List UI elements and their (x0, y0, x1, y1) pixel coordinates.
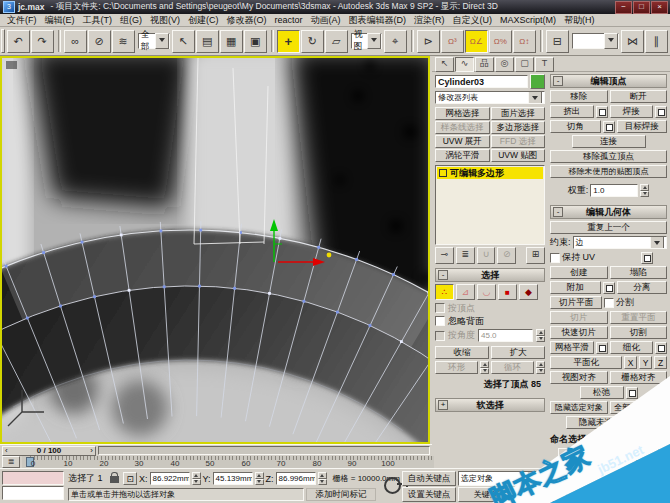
key-filter-dropdown[interactable]: 选定对象 (458, 471, 544, 486)
time-forward-icon[interactable]: › (90, 446, 93, 455)
constraints-dropdown[interactable]: 边 (573, 236, 667, 249)
window-crossing-icon[interactable]: ▣ (244, 30, 267, 53)
stack-expand-icon[interactable] (439, 169, 447, 177)
repeat-last-button[interactable]: 重复上一个 (550, 221, 667, 234)
spinner-snap-icon[interactable]: Ω↕ (513, 30, 536, 53)
soft-selection-rollout-header[interactable]: + 软选择 (435, 398, 545, 412)
percent-snap-icon[interactable]: Ω% (489, 30, 512, 53)
vertex-subobject-icon[interactable]: ∴ (435, 284, 454, 300)
redo-icon[interactable]: ↷ (31, 30, 54, 53)
collapse-icon[interactable]: - (553, 76, 563, 86)
preserve-uv-settings-icon[interactable] (641, 252, 653, 264)
menu-item-customize[interactable]: 自定义(U) (449, 14, 497, 27)
remove-unused-map-verts-button[interactable]: 移除未使用的贴图顶点 (550, 165, 667, 178)
chamfer-button[interactable]: 切角 (550, 120, 601, 133)
track-bar[interactable]: ≣ 0 10 20 30 40 50 60 70 80 90 100 (0, 456, 434, 468)
msmooth-button[interactable]: 网格平滑 (550, 341, 594, 354)
select-object-icon[interactable]: ↖ (172, 30, 195, 53)
select-and-manipulate-icon[interactable]: ⊳ (417, 30, 440, 53)
planar-y-button[interactable]: Y (639, 356, 652, 369)
unwrap-uvw-button[interactable]: UVW 展开 (435, 135, 490, 148)
dropdown-arrow-icon[interactable] (604, 33, 618, 49)
menu-item-maxscript[interactable]: MAXScript(M) (496, 15, 560, 25)
menu-item-views[interactable]: 视图(V) (146, 14, 184, 27)
y-coordinate-field[interactable]: 45.139mm (213, 472, 253, 485)
absolute-offset-toggle-icon[interactable]: ⊡ (123, 472, 137, 485)
object-color-swatch[interactable] (530, 74, 545, 89)
relax-settings-icon[interactable] (626, 387, 638, 399)
tessellate-settings-icon[interactable] (655, 342, 667, 354)
slice-plane-button[interactable]: 切片平面 (550, 296, 602, 309)
motion-tab-icon[interactable]: ◎ (495, 57, 514, 72)
use-pivot-point-icon[interactable]: ⌖ (384, 30, 407, 53)
selection-filter-dropdown[interactable]: 全部 (138, 33, 170, 49)
copy-button[interactable]: 复制 (558, 448, 608, 461)
target-weld-button[interactable]: 目标焊接 (617, 120, 668, 133)
weight-field[interactable]: 1.0 (590, 184, 638, 197)
time-slider-handle[interactable]: ‹ 0 / 100 › (2, 446, 96, 456)
menu-item-group[interactable]: 组(G) (116, 14, 146, 27)
configure-modifier-sets-icon[interactable]: ⊞ (526, 247, 545, 264)
angle-value-field[interactable]: 45.0 (478, 329, 533, 342)
time-slider-track[interactable] (98, 446, 430, 455)
menu-item-tools[interactable]: 工具(T) (79, 14, 117, 27)
modifier-list-dropdown[interactable]: 修改器列表 (435, 91, 545, 104)
ignore-backfacing-checkbox[interactable] (435, 316, 445, 326)
extrude-button[interactable]: 挤出 (550, 105, 594, 118)
msmooth-settings-icon[interactable] (596, 342, 608, 354)
grow-button[interactable]: 扩大 (491, 346, 545, 359)
menu-item-help[interactable]: 帮助(H) (560, 14, 599, 27)
pin-stack-icon[interactable]: ⊸ (435, 247, 454, 264)
weld-settings-icon[interactable] (655, 106, 667, 118)
open-mini-curve-editor-icon[interactable]: ≣ (2, 456, 20, 468)
poly-select-button[interactable]: 多边形选择 (491, 121, 546, 134)
z-coordinate-field[interactable]: 86.996mm (276, 472, 316, 485)
element-subobject-icon[interactable]: ◆ (519, 284, 538, 300)
collapse-icon[interactable]: - (438, 270, 448, 280)
set-key-button[interactable]: 设置关键点 (402, 487, 456, 502)
close-button[interactable]: × (651, 1, 668, 14)
menu-item-graph-editors[interactable]: 图表编辑器(D) (345, 14, 411, 27)
time-slider[interactable]: ‹ 0 / 100 › (0, 444, 432, 456)
cut-button[interactable]: 切割 (610, 326, 668, 339)
snap-toggle-3d-icon[interactable]: Ω³ (441, 30, 464, 53)
dropdown-arrow-icon[interactable] (528, 91, 542, 104)
mirror-icon[interactable]: ⋈ (621, 30, 644, 53)
angle-snap-icon[interactable]: Ω∠ (465, 30, 488, 53)
unhide-all-button[interactable]: 全部取消隐藏 (610, 401, 668, 414)
unlink-selection-icon[interactable]: ⊘ (88, 30, 111, 53)
relax-button[interactable]: 松弛 (580, 386, 624, 399)
menu-item-modifiers[interactable]: 修改器(O) (223, 14, 271, 27)
z-spinner[interactable] (318, 472, 327, 485)
expand-icon[interactable]: + (438, 400, 448, 410)
chamfer-settings-icon[interactable] (603, 121, 615, 133)
dropdown-arrow-icon[interactable] (527, 471, 541, 486)
angle-spinner[interactable] (536, 329, 545, 342)
object-name-field[interactable]: Cylinder03 (435, 75, 528, 88)
create-button[interactable]: 创建 (550, 266, 608, 279)
select-by-name-icon[interactable]: ▤ (196, 30, 219, 53)
display-tab-icon[interactable]: ▢ (515, 57, 534, 72)
connect-button[interactable]: 连接 (572, 135, 646, 148)
collapse-button[interactable]: 塌陷 (610, 266, 668, 279)
maxscript-mini-listener-pink[interactable] (2, 471, 64, 485)
show-end-result-icon[interactable]: ≣ (456, 247, 475, 264)
select-and-link-icon[interactable]: ∞ (64, 30, 87, 53)
go-to-start-icon[interactable]: ◀◀ (547, 471, 567, 486)
edge-subobject-icon[interactable]: ⊿ (456, 284, 475, 300)
quickslice-button[interactable]: 快速切片 (550, 326, 608, 339)
detach-button[interactable]: 分离 (617, 281, 668, 294)
perspective-viewport[interactable] (0, 56, 430, 444)
remove-button[interactable]: 移除 (550, 90, 608, 103)
edit-geometry-rollout-header[interactable]: - 编辑几何体 (550, 205, 667, 219)
split-checkbox[interactable] (604, 298, 614, 308)
hierarchy-tab-icon[interactable]: 品 (475, 57, 494, 72)
extrude-settings-icon[interactable] (596, 106, 608, 118)
hide-selected-button[interactable]: 隐藏选定对象 (550, 401, 608, 414)
stack-item-editable-poly[interactable]: 可编辑多边形 (437, 167, 543, 179)
turbosmooth-button[interactable]: 涡轮平滑 (435, 149, 490, 162)
y-spinner[interactable] (255, 472, 264, 485)
minimize-button[interactable]: − (615, 1, 632, 14)
view-align-button[interactable]: 视图对齐 (550, 371, 608, 384)
dropdown-arrow-icon[interactable] (650, 236, 664, 249)
